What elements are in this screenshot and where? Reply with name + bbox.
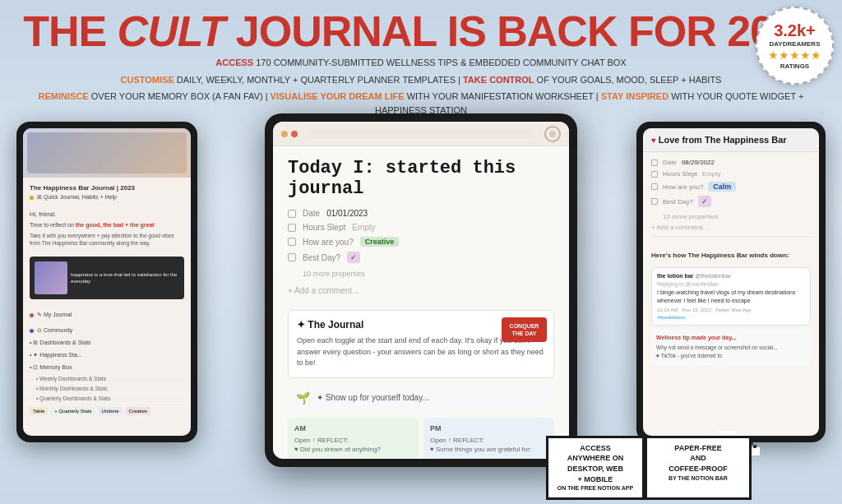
subtitle-text-2b: OF YOUR GOALS, MOOD, SLEEP + HABITS	[537, 75, 722, 85]
right-screen: ♥ Love from The Happiness Bar Date 08/29…	[643, 128, 819, 436]
title-the: THE	[23, 7, 117, 55]
circle-inner	[549, 131, 556, 137]
right-field-mood: How are you? Calm	[651, 182, 811, 192]
right-mood-label: How are you?	[663, 183, 703, 191]
field-mood-label: How are you?	[303, 238, 354, 247]
add-comment[interactable]: + Add a comment...	[288, 283, 554, 302]
check-icon	[288, 253, 296, 261]
nav-memory-box[interactable]: • ⊡ Memory Box	[23, 362, 191, 374]
main-title: THE cult JOURNAL IS BACK FOR 2023	[16, 10, 826, 53]
nav-dot-1	[30, 196, 34, 200]
wellness-title: Wellness tip made your day...	[656, 334, 806, 343]
nav-sub-label-2: • Monthly Dashboards & Stats	[36, 386, 107, 391]
center-top-bar	[273, 122, 569, 146]
nav-label-3: ⊙ Community	[37, 327, 72, 334]
nav-sub-weekly[interactable]: • Weekly Dashboards & Stats	[23, 374, 191, 384]
stat-cell-3: Undone	[99, 407, 123, 415]
visualise-highlight: VISUALISE YOUR DREAM LIFE	[271, 91, 405, 101]
sprout-icon: 🌱	[296, 391, 310, 405]
center-main: Today I: started this journal Date 01/01…	[273, 146, 569, 459]
field-date: Date 01/01/2023	[288, 209, 554, 218]
left-card-text: happiness is a love that led to satisfac…	[71, 271, 179, 285]
nav-sub-monthly[interactable]: • Monthly Dashboards & Stats	[23, 384, 191, 394]
nav-label-6: • ⊡ Memory Box	[30, 364, 72, 371]
wellness-body: Why not send a message or screenshot on …	[656, 344, 806, 360]
nav-sub-label-1: • Weekly Dashboards & Stats	[36, 376, 106, 381]
am-text: ♥ Did you dream of anything?	[294, 445, 412, 454]
subtitle-text-3b: WITH YOUR MANIFESTATION WORKSHEET |	[407, 91, 601, 101]
dot-red	[291, 131, 298, 137]
badge-ratings: RATINGS	[780, 62, 809, 70]
nav-quick-journal[interactable]: ⊞ Quick Journal, Habits + Help	[23, 192, 191, 204]
stat-cell-4: Creative	[126, 407, 150, 415]
tweet-hashtag: #thanktlotion	[657, 315, 805, 320]
stats-rows: Table + Quarterly Stats Undone Creative	[23, 404, 191, 418]
top-decoration	[308, 129, 534, 139]
access-line-4: + MOBILE	[557, 474, 634, 485]
tweet-body: I binge-watching travel vlogs of my drea…	[657, 289, 805, 305]
access-line-3: DESKTOP, WEB	[557, 464, 634, 474]
info-boxes: ACCESS ANYWHERE ON DESKTOP, WEB + MOBILE…	[546, 436, 752, 500]
field-date-label: Date	[303, 209, 320, 218]
field-hours-label: Hours Slept	[303, 223, 345, 232]
nav-label-4: • ⊞ Dashboards & Stats	[30, 340, 91, 346]
nav-happiness-sta[interactable]: • ✦ Happiness Sta...	[23, 349, 191, 362]
right-clock-icon	[651, 171, 658, 178]
pm-card: PM Open ↑ REFLECT: ♥ Some things you are…	[423, 418, 554, 460]
right-more-props[interactable]: 10 more properties	[651, 211, 811, 222]
right-winds-title: Here's how The Happiness Bar winds down:	[643, 247, 819, 264]
tweet-username: the lotion bar @thelotionbar	[657, 273, 805, 279]
svg-rect-8	[753, 445, 756, 448]
customise-highlight: CUSTOMISE	[121, 75, 174, 85]
right-calendar-icon	[651, 160, 658, 166]
tweet-meta: 12:19 AM · Nov 19, 2022 · Twitter Web Ap…	[657, 307, 805, 312]
field-hours-value: Empty	[352, 223, 375, 232]
left-journal-title: The Happiness Bar Journal | 2023	[23, 184, 191, 192]
right-hours-label: Hours Slept	[663, 170, 697, 178]
conquer-button[interactable]: CONQUER THE DAY	[502, 317, 547, 342]
center-screen: Today I: started this journal Date 01/01…	[273, 122, 569, 459]
pm-label: PM	[430, 424, 548, 432]
page-wrapper: THE cult JOURNAL IS BACK FOR 2023 ACCESS…	[0, 0, 842, 504]
left-card-image	[35, 261, 67, 294]
paper-info-box: PAPER-FREE AND COFFEE-PROOF BY THE NOTIO…	[645, 436, 752, 500]
tweet-reply-to: Replying to @manifestbar	[657, 281, 805, 287]
left-greeting: Hi, friend. Time to reflect on the good,…	[23, 204, 191, 253]
stat-cell-2: + Quarterly Stats	[51, 407, 95, 415]
right-divider	[651, 236, 811, 237]
subtitle-text-3: OVER YOUR MEMORY BOX (A FAN FAV) |	[91, 91, 271, 101]
right-bestday-tag[interactable]: ✓	[698, 196, 711, 207]
nav-my-journal[interactable]: ✎ My Journal	[23, 309, 191, 321]
pm-title: Open ↑ REFLECT:	[430, 436, 548, 445]
stay-inspired-highlight: STAY INSPIRED	[601, 91, 669, 101]
tweet-timestamp: 12:19 AM · Nov 19, 2022 · Twitter Web Ap…	[657, 307, 752, 312]
right-add-comment[interactable]: + Add a comment...	[651, 222, 811, 233]
mood-tag[interactable]: Creative	[360, 237, 400, 247]
right-hours-value: Empty	[702, 170, 721, 178]
bottom-cards: AM Open ↑ REFLECT: ♥ Did you dream of an…	[288, 418, 554, 460]
devices-area: The Happiness Bar Journal | 2023 ⊞ Quick…	[0, 113, 842, 504]
smile-icon	[288, 238, 296, 246]
nav-dashboards[interactable]: • ⊞ Dashboards & Stats	[23, 337, 191, 349]
tweet-user-display: the lotion bar	[657, 273, 693, 279]
show-up-section: 🌱 ✦ Show up for yourself today...	[288, 385, 554, 411]
bestday-tag[interactable]: ✓	[347, 252, 360, 263]
journal-section: ✦ The Journal Open each toggle at the st…	[288, 310, 554, 378]
dot-orange	[281, 131, 288, 137]
field-mood: How are you? Creative	[288, 237, 554, 247]
access-highlight: ACCESS	[215, 58, 253, 67]
badge-stars: ★★★★★	[768, 49, 821, 61]
right-mood-tag[interactable]: Calm	[708, 182, 736, 192]
right-tweet: the lotion bar @thelotionbar Replying to…	[651, 267, 811, 326]
field-hours: Hours Slept Empty	[288, 223, 554, 232]
show-up-text: ✦ Show up for yourself today...	[317, 393, 429, 402]
access-line-2: ANYWHERE ON	[557, 453, 634, 464]
nav-community[interactable]: ⊙ Community	[23, 325, 191, 337]
title-rest: JOURNAL IS BACK FOR 2023	[224, 7, 818, 55]
paper-line-2: AND	[655, 453, 741, 464]
nav-sub-quarterly[interactable]: • Quarterly Dashboards & Stats	[23, 394, 191, 404]
am-card: AM Open ↑ REFLECT: ♥ Did you dream of an…	[288, 418, 419, 460]
field-date-value: 01/01/2023	[326, 209, 368, 218]
paper-line-1: PAPER-FREE	[655, 443, 741, 454]
more-properties[interactable]: 10 more properties	[288, 268, 554, 283]
